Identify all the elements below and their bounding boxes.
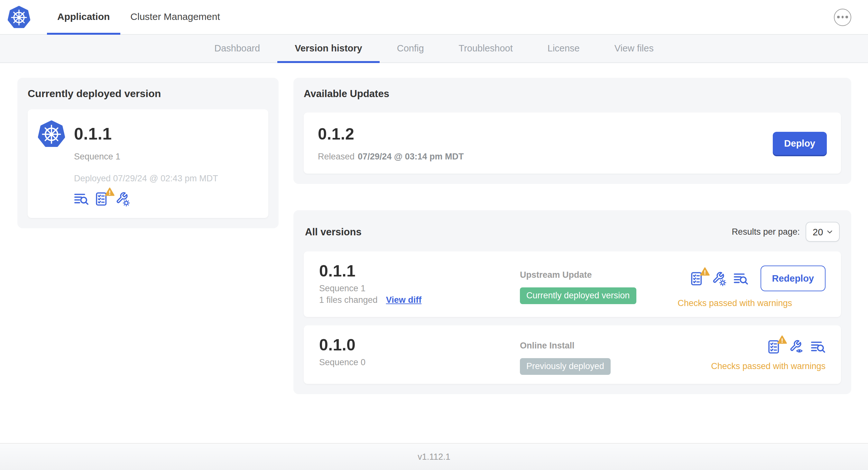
view-diff-link[interactable]: View diff [386, 295, 422, 305]
deployed-version-number: 0.1.1 [74, 124, 112, 144]
ellipsis-icon [836, 16, 849, 18]
previously-deployed-badge: Previously deployed [520, 358, 611, 375]
version-sequence: Sequence 1 [319, 283, 520, 293]
files-changed-label: 1 files changed [319, 295, 378, 305]
results-per-page-label: Results per page: [732, 227, 800, 237]
redeploy-button[interactable]: Redeploy [760, 266, 826, 291]
tab-view-files[interactable]: View files [597, 35, 671, 63]
warning-icon [777, 335, 787, 345]
diff-icon[interactable] [74, 192, 89, 206]
deployed-timestamp: Deployed 07/29/24 @ 02:43 pm MDT [74, 174, 258, 183]
all-versions-panel: All versions Results per page: 20 [293, 210, 851, 394]
warning-icon [105, 187, 115, 197]
tab-cluster-management[interactable]: Cluster Management [120, 0, 230, 35]
preflight-status-text[interactable]: Checks passed with warnings [678, 298, 792, 308]
main-content: Currently deployed version 0.1.1 Sequenc… [0, 63, 868, 394]
preflight-checks-icon[interactable] [767, 339, 782, 354]
currently-deployed-card: 0.1.1 Sequence 1 Deployed 07/29/24 @ 02:… [28, 109, 268, 218]
tab-version-history[interactable]: Version history [277, 35, 380, 63]
config-icon[interactable] [115, 192, 130, 206]
app-level-tabs: Application Cluster Management [47, 0, 230, 34]
diff-icon[interactable] [733, 271, 748, 286]
view-config-icon[interactable] [789, 339, 804, 354]
update-version-number: 0.1.2 [318, 125, 464, 143]
config-icon[interactable] [711, 271, 726, 286]
admin-console-page: Application Cluster Management Dashboard… [0, 0, 868, 470]
chevron-down-icon [826, 228, 833, 235]
version-source-label: Online Install [520, 341, 711, 350]
page-footer: v1.112.1 [0, 443, 868, 470]
console-version: v1.112.1 [417, 452, 451, 462]
tab-application[interactable]: Application [47, 0, 120, 35]
kubernetes-logo [0, 0, 39, 34]
version-row-0-1-0: 0.1.0 Sequence 0 Online Install Previous… [304, 325, 841, 384]
currently-deployed-panel: Currently deployed version 0.1.1 Sequenc… [18, 78, 279, 228]
available-updates-title: Available Updates [304, 88, 841, 100]
tab-config[interactable]: Config [380, 35, 441, 63]
preflight-checks-icon[interactable] [95, 192, 110, 206]
version-sequence: Sequence 0 [319, 358, 520, 367]
tab-troubleshoot[interactable]: Troubleshoot [441, 35, 530, 63]
warning-icon [700, 267, 709, 276]
app-icon-kubernetes [38, 120, 65, 147]
tab-license[interactable]: License [530, 35, 597, 63]
version-number: 0.1.1 [319, 262, 520, 280]
currently-deployed-badge: Currently deployed version [520, 288, 636, 304]
diff-icon[interactable] [811, 339, 826, 354]
all-versions-title: All versions [305, 226, 362, 238]
version-number: 0.1.0 [319, 336, 520, 354]
preflight-status-text[interactable]: Checks passed with warnings [711, 361, 826, 371]
deploy-button[interactable]: Deploy [772, 132, 827, 155]
available-updates-panel: Available Updates 0.1.2 Released07/29/24… [293, 78, 851, 184]
update-released-timestamp: Released07/29/24 @ 03:14 pm MDT [318, 152, 464, 161]
tab-dashboard[interactable]: Dashboard [197, 35, 277, 63]
app-subnav: Dashboard Version history Config Trouble… [0, 35, 868, 63]
ellipsis-menu-button[interactable] [834, 8, 851, 26]
deployed-sequence: Sequence 1 [74, 152, 258, 161]
top-header: Application Cluster Management [0, 0, 868, 35]
results-per-page-select[interactable]: 20 [806, 222, 840, 242]
available-update-row: 0.1.2 Released07/29/24 @ 03:14 pm MDT De… [304, 112, 841, 174]
version-source-label: Upstream Update [520, 270, 678, 280]
currently-deployed-title: Currently deployed version [28, 88, 268, 100]
preflight-checks-icon[interactable] [689, 271, 704, 286]
version-row-0-1-1: 0.1.1 Sequence 1 1 files changed View di… [304, 251, 841, 317]
